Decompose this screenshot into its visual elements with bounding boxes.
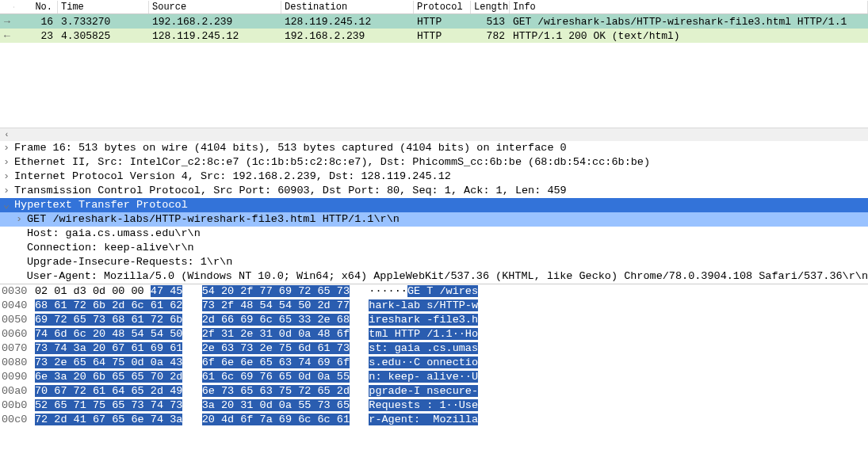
hex-bytes: 72 2d 41 67 65 6e 74 3a 20 4d 6f 7a 69 6… [35,413,350,427]
tree-ip[interactable]: ›Internet Protocol Version 4, Src: 192.1… [0,170,868,184]
hex-row[interactable]: 00b052 65 71 75 65 73 74 73 3a 20 31 0d … [0,398,868,413]
hex-bytes: 68 61 72 6b 2d 6c 61 62 73 2f 48 54 54 5… [35,299,350,313]
chevron-right-icon: › [0,184,13,198]
cell-time: 3.733270 [58,15,149,29]
hex-offset: 0030 [0,284,35,299]
cell-no: 16 [14,15,58,29]
hex-row[interactable]: 007073 74 3a 20 67 61 69 61 2e 63 73 2e … [0,341,868,356]
tree-http-get[interactable]: ›GET /wireshark-labs/HTTP-wireshark-file… [0,212,868,227]
cell-len: 782 [471,29,510,43]
cell-no: 23 [14,29,58,43]
hex-row[interactable]: 00906e 3a 20 6b 65 65 70 2d 61 6c 69 76 … [0,370,868,384]
hex-bytes: 74 6d 6c 20 48 54 54 50 2f 31 2e 31 0d 0… [35,327,350,341]
hex-offset: 00c0 [0,413,35,427]
packet-list-pane: No. Time Source Destination Protocol Len… [0,0,868,141]
cell-proto: HTTP [414,29,471,43]
packet-details-pane: ›Frame 16: 513 bytes on wire (4104 bits)… [0,141,868,284]
tree-ethernet[interactable]: ›Ethernet II, Src: IntelCor_c2:8c:e7 (1c… [0,155,868,170]
cell-dest: 128.119.245.12 [281,15,414,29]
hex-ascii: pgrade-I nsecure- [350,384,478,398]
tree-http[interactable]: ⌄Hypertext Transfer Protocol [0,198,868,212]
hex-ascii: st: gaia .cs.umas [350,341,478,356]
scroll-left-button[interactable]: ‹ [0,128,13,142]
col-header-dest[interactable]: Destination [281,1,414,13]
tree-frame[interactable]: ›Frame 16: 513 bytes on wire (4104 bits)… [0,141,868,155]
hex-ascii: n: keep- alive··U [350,370,478,384]
hex-offset: 0080 [0,356,35,370]
chevron-down-icon: ⌄ [0,198,13,212]
col-header-time[interactable]: Time [58,1,149,13]
hex-bytes: 73 2e 65 64 75 0d 0a 43 6f 6e 6e 65 63 7… [35,356,350,370]
hex-row[interactable]: 008073 2e 65 64 75 0d 0a 43 6f 6e 6e 65 … [0,356,868,370]
hex-row[interactable]: 006074 6d 6c 20 48 54 54 50 2f 31 2e 31 … [0,327,868,341]
packet-bytes-pane: 003002 01 d3 0d 00 00 47 45 54 20 2f 77 … [0,284,868,427]
cell-len: 513 [471,15,510,29]
chevron-right-icon: › [0,155,13,170]
hex-bytes: 52 65 71 75 65 73 74 73 3a 20 31 0d 0a 5… [35,398,350,413]
hex-offset: 0060 [0,327,35,341]
packet-row[interactable]: →163.733270192.168.2.239128.119.245.12HT… [0,14,868,29]
hex-bytes: 73 74 3a 20 67 61 69 61 2e 63 73 2e 75 6… [35,341,350,356]
direction-icon: → [0,15,14,29]
hex-row[interactable]: 00a070 67 72 61 64 65 2d 49 6e 73 65 63 … [0,384,868,398]
hex-row[interactable]: 004068 61 72 6b 2d 6c 61 62 73 2f 48 54 … [0,299,868,313]
chevron-right-icon: › [0,141,13,155]
hex-ascii: hark-lab s/HTTP-w [350,299,478,313]
hex-ascii: r-Agent: Mozilla [350,413,478,427]
cell-time: 4.305825 [58,29,149,43]
hex-offset: 0070 [0,341,35,356]
hex-ascii: ······GE T /wires [350,284,478,299]
hex-bytes: 69 72 65 73 68 61 72 6b 2d 66 69 6c 65 3… [35,313,350,327]
hex-row[interactable]: 005069 72 65 73 68 61 72 6b 2d 66 69 6c … [0,313,868,327]
hex-offset: 00b0 [0,398,35,413]
hex-bytes: 6e 3a 20 6b 65 65 70 2d 61 6c 69 76 65 0… [35,370,350,384]
packet-list-header[interactable]: No. Time Source Destination Protocol Len… [0,0,868,14]
hex-offset: 00a0 [0,384,35,398]
hex-bytes: 02 01 d3 0d 00 00 47 45 54 20 2f 77 69 7… [35,284,350,299]
cell-source: 192.168.2.239 [149,15,281,29]
chevron-right-icon: › [13,212,25,227]
col-header-proto[interactable]: Protocol [414,1,471,13]
horizontal-scrollbar[interactable]: ‹ [0,128,868,141]
hex-ascii: Requests : 1··Use [350,398,478,413]
col-header-info[interactable]: Info [510,1,868,13]
hex-offset: 0040 [0,299,35,313]
packet-row[interactable]: ←234.305825128.119.245.12192.168.2.239HT… [0,29,868,43]
hex-ascii: s.edu··C onnectio [350,356,478,370]
col-header-no[interactable]: No. [14,1,58,13]
hex-ascii: ireshark -file3.h [350,313,478,327]
chevron-right-icon: › [0,170,13,184]
hex-row[interactable]: 00c072 2d 41 67 65 6e 74 3a 20 4d 6f 7a … [0,413,868,427]
hex-row[interactable]: 003002 01 d3 0d 00 00 47 45 54 20 2f 77 … [0,284,868,299]
tree-http-connection[interactable]: Connection: keep-alive\r\n [0,241,868,255]
cell-proto: HTTP [414,15,471,29]
hex-offset: 0050 [0,313,35,327]
col-header-len[interactable]: Length [471,1,510,13]
cell-source: 128.119.245.12 [149,29,281,43]
tree-http-upgrade[interactable]: Upgrade-Insecure-Requests: 1\r\n [0,255,868,269]
cell-info: GET /wireshark-labs/HTTP-wireshark-file3… [510,15,868,29]
hex-offset: 0090 [0,370,35,384]
hex-ascii: tml HTTP /1.1··Ho [350,327,478,341]
hex-bytes: 70 67 72 61 64 65 2d 49 6e 73 65 63 75 7… [35,384,350,398]
tree-tcp[interactable]: ›Transmission Control Protocol, Src Port… [0,184,868,198]
cell-info: HTTP/1.1 200 OK (text/html) [510,29,868,43]
tree-http-ua[interactable]: User-Agent: Mozilla/5.0 (Windows NT 10.0… [0,269,868,284]
col-header-source[interactable]: Source [149,1,281,13]
direction-icon: ← [0,29,14,43]
tree-http-host[interactable]: Host: gaia.cs.umass.edu\r\n [0,227,868,241]
cell-dest: 192.168.2.239 [281,29,414,43]
